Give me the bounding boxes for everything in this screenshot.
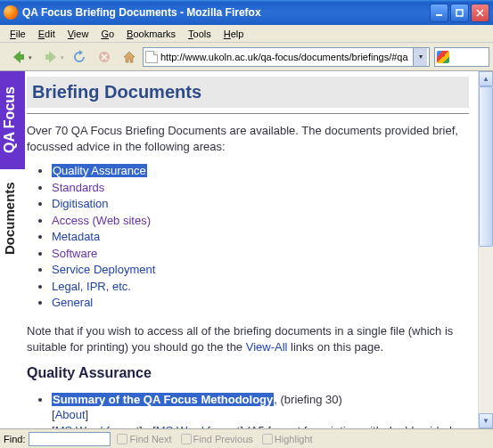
intro-text: Over 70 QA Focus Briefing Documents are … (27, 123, 469, 154)
list-item: Quality Assurance (52, 163, 469, 179)
window-titlebar: QA Focus Briefing Documents - Mozilla Fi… (0, 0, 493, 25)
close-icon (476, 9, 484, 17)
forward-arrow-icon (43, 49, 59, 65)
link-digitisation[interactable]: Digitisation (52, 197, 109, 210)
reload-button[interactable] (68, 45, 91, 69)
highlight-button[interactable]: Highlight (259, 433, 316, 445)
divider (27, 113, 469, 114)
maximize-icon (456, 9, 464, 17)
home-icon (122, 50, 136, 64)
reload-icon (72, 50, 86, 64)
tab-documents[interactable]: Documents (0, 169, 21, 267)
search-box[interactable] (434, 47, 489, 67)
find-next-icon (117, 434, 127, 444)
find-next-button[interactable]: Find Next (114, 433, 174, 445)
firefox-icon (4, 5, 18, 20)
highlight-icon (262, 434, 273, 444)
link-general[interactable]: General (52, 296, 93, 309)
link-access[interactable]: Access (Web sites) (52, 214, 151, 227)
link-qa[interactable]: Quality Assurance (52, 164, 147, 177)
link-standards[interactable]: Standards (52, 181, 104, 194)
menu-bookmarks[interactable]: Bookmarks (120, 27, 182, 41)
url-dropdown-button[interactable]: ▾ (413, 48, 427, 66)
scroll-track[interactable] (479, 86, 493, 413)
home-button[interactable] (118, 45, 141, 69)
note-text: Note that if you wish to access all of t… (27, 323, 469, 354)
stop-icon (97, 50, 111, 64)
find-bar: Find: Find Next Find Previous Highlight (0, 428, 493, 448)
url-input[interactable] (160, 52, 413, 62)
list-item: Digitisation (52, 196, 469, 212)
list-item: General (52, 295, 469, 311)
window-title: QA Focus Briefing Documents - Mozilla Fi… (22, 6, 430, 19)
find-label: Find: (4, 434, 25, 444)
minimize-button[interactable] (430, 4, 448, 22)
menu-edit[interactable]: Edit (32, 27, 62, 41)
google-icon (437, 51, 449, 63)
forward-button (36, 45, 66, 69)
menu-view[interactable]: View (62, 27, 95, 41)
close-button[interactable] (471, 4, 489, 22)
tab-qa-focus[interactable]: QA Focus (0, 71, 25, 169)
link-summary[interactable]: Summary of the QA Focus Methodology (52, 393, 274, 406)
menu-bar: File Edit View Go Bookmarks Tools Help (0, 25, 493, 43)
menu-go[interactable]: Go (94, 27, 120, 41)
menu-tools[interactable]: Tools (182, 27, 218, 41)
find-previous-button[interactable]: Find Previous (178, 433, 256, 445)
search-input[interactable] (451, 52, 485, 62)
scroll-thumb[interactable] (479, 86, 493, 247)
list-item: Standards (52, 180, 469, 196)
list-item: Access (Web sites) (52, 213, 469, 229)
list-item: Legal, IPR, etc. (52, 279, 469, 295)
page-body: Briefing Documents Over 70 QA Focus Brie… (25, 71, 478, 428)
navigation-toolbar: ▾ (0, 43, 493, 71)
vertical-scrollbar[interactable]: ▲ ▼ (478, 71, 493, 428)
link-view-all[interactable]: View-All (246, 340, 288, 354)
link-service[interactable]: Service Deployment (52, 263, 155, 276)
window-controls (430, 4, 489, 22)
list-item: Service Deployment (52, 262, 469, 278)
link-legal[interactable]: Legal, IPR, etc. (52, 280, 131, 293)
menu-help[interactable]: Help (218, 27, 251, 41)
briefing-list: Summary of the QA Focus Methodology, (br… (52, 392, 469, 428)
page-icon (145, 51, 158, 63)
back-button[interactable] (4, 45, 34, 69)
topic-list: Quality Assurance Standards Digitisation… (52, 163, 469, 311)
section-heading-qa: Quality Assurance (27, 363, 469, 383)
find-input[interactable] (29, 432, 111, 446)
vertical-tabs: QA Focus Documents (0, 71, 25, 428)
link-about[interactable]: About (55, 408, 86, 421)
briefing-suffix: , (briefing 30) (274, 393, 342, 406)
list-item: Metadata (52, 229, 469, 245)
stop-button (93, 45, 116, 69)
briefing-item: Summary of the QA Focus Methodology, (br… (52, 392, 469, 428)
address-bar[interactable]: ▾ (143, 47, 430, 67)
list-item: Software (52, 246, 469, 262)
svg-rect-0 (436, 14, 442, 16)
link-metadata[interactable]: Metadata (52, 230, 100, 243)
page-heading: Briefing Documents (27, 77, 469, 108)
minimize-icon (435, 9, 443, 17)
scroll-up-button[interactable]: ▲ (479, 71, 493, 86)
back-arrow-icon (11, 49, 27, 65)
menu-file[interactable]: File (4, 27, 32, 41)
find-prev-icon (181, 434, 192, 444)
svg-rect-1 (456, 10, 463, 16)
link-software[interactable]: Software (52, 247, 97, 260)
maximize-button[interactable] (450, 4, 469, 22)
content-area: QA Focus Documents Briefing Documents Ov… (0, 71, 493, 428)
scroll-down-button[interactable]: ▼ (479, 413, 493, 428)
